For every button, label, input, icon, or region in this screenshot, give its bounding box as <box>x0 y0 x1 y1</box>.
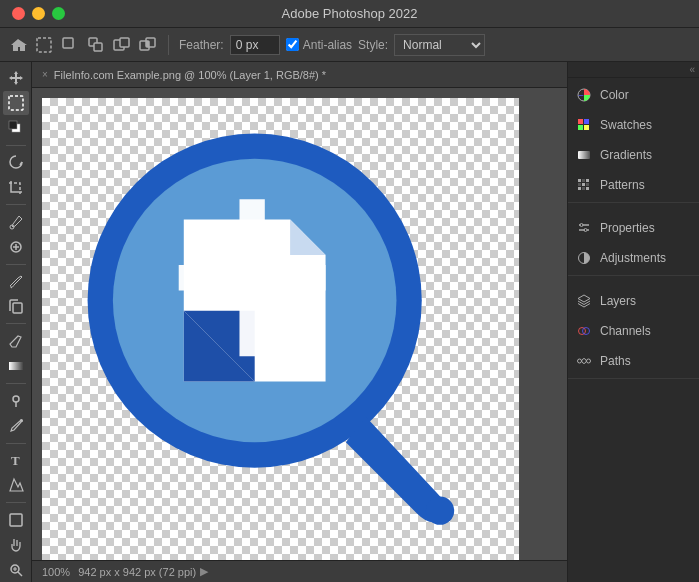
home-icon[interactable] <box>8 35 28 55</box>
svg-rect-29 <box>578 151 590 159</box>
panel-group-3: Layers Channels <box>568 284 699 379</box>
foreground-background-tool[interactable] <box>3 117 29 140</box>
layers-icon <box>576 293 592 309</box>
panel-item-color[interactable]: Color <box>568 80 699 110</box>
gradients-label: Gradients <box>600 148 652 162</box>
app-title: Adobe Photoshop 2022 <box>282 6 418 21</box>
paths-icon <box>576 353 592 369</box>
layers-label: Layers <box>600 294 636 308</box>
anti-alias-checkbox[interactable] <box>286 38 299 51</box>
swatches-label: Swatches <box>600 118 652 132</box>
canvas-tab-close[interactable]: × <box>42 69 48 80</box>
svg-text:T: T <box>11 453 20 468</box>
hand-tool[interactable] <box>3 533 29 556</box>
new-selection-icon[interactable] <box>60 35 80 55</box>
dodge-tool[interactable] <box>3 389 29 412</box>
canvas-tab[interactable]: × FileInfo.com Example.png @ 100% (Layer… <box>32 62 567 88</box>
svg-point-39 <box>580 224 583 227</box>
svg-point-40 <box>584 229 587 232</box>
channels-icon <box>576 323 592 339</box>
feather-input[interactable] <box>230 35 280 55</box>
adjustments-label: Adjustments <box>600 251 666 265</box>
canvas-document <box>42 98 519 560</box>
pen-tool[interactable] <box>3 414 29 437</box>
feather-label: Feather: <box>179 38 224 52</box>
eyedropper-tool[interactable] <box>3 210 29 233</box>
svg-rect-0 <box>37 38 51 52</box>
color-label: Color <box>600 88 629 102</box>
panel-item-properties[interactable]: Properties <box>568 213 699 243</box>
shape-tool[interactable] <box>3 508 29 531</box>
add-selection-icon[interactable] <box>86 35 106 55</box>
panel-item-patterns[interactable]: Patterns <box>568 170 699 200</box>
canvas-dimensions: 942 px x 942 px (72 ppi) <box>78 566 196 578</box>
minimize-button[interactable] <box>32 7 45 20</box>
titlebar: Adobe Photoshop 2022 <box>0 0 699 28</box>
panel-item-adjustments[interactable]: Adjustments <box>568 243 699 273</box>
zoom-level: 100% <box>42 566 70 578</box>
toolbar-divider-7 <box>6 502 26 503</box>
path-select-tool[interactable] <box>3 474 29 497</box>
clone-tool[interactable] <box>3 295 29 318</box>
swatches-icon <box>576 117 592 133</box>
status-arrow[interactable]: ▶ <box>200 565 208 578</box>
panel-group-1: Color Swatches <box>568 78 699 203</box>
toolbar-divider-6 <box>6 443 26 444</box>
canvas-image <box>42 98 519 560</box>
svg-rect-37 <box>582 187 585 190</box>
panel-item-paths[interactable]: Paths <box>568 346 699 376</box>
lasso-tool[interactable] <box>3 151 29 174</box>
canvas-tab-title: FileInfo.com Example.png @ 100% (Layer 1… <box>54 69 326 81</box>
svg-rect-35 <box>586 183 589 186</box>
panel-item-layers[interactable]: Layers <box>568 286 699 316</box>
svg-rect-36 <box>578 187 581 190</box>
marquee-icon[interactable] <box>34 35 54 55</box>
marquee-tool[interactable] <box>3 91 29 114</box>
canvas-statusbar: 100% 942 px x 942 px (72 ppi) ▶ <box>32 560 567 582</box>
toolbar-divider-4 <box>6 323 26 324</box>
svg-rect-5 <box>120 38 129 47</box>
paths-label: Paths <box>600 354 631 368</box>
canvas-content[interactable] <box>32 88 567 560</box>
anti-alias-label[interactable]: Anti-alias <box>286 38 352 52</box>
svg-point-16 <box>13 396 19 402</box>
svg-rect-30 <box>578 179 581 182</box>
style-label: Style: <box>358 38 388 52</box>
maximize-button[interactable] <box>52 7 65 20</box>
toolbar-divider-3 <box>6 264 26 265</box>
svg-rect-26 <box>584 119 589 124</box>
brush-tool[interactable] <box>3 270 29 293</box>
subtract-selection-icon[interactable] <box>112 35 132 55</box>
separator-1 <box>168 35 169 55</box>
toolbar-divider-2 <box>6 204 26 205</box>
svg-rect-14 <box>13 303 22 313</box>
svg-rect-8 <box>146 41 149 47</box>
svg-rect-19 <box>10 514 22 526</box>
healing-tool[interactable] <box>3 236 29 259</box>
intersect-selection-icon[interactable] <box>138 35 158 55</box>
panel-item-gradients[interactable]: Gradients <box>568 140 699 170</box>
panel-collapse-btn[interactable]: « <box>568 62 699 78</box>
toolbar-divider-1 <box>6 145 26 146</box>
style-select[interactable]: Normal Fixed Ratio Fixed Size <box>394 34 485 56</box>
main-layout: T × FileInfo.com Example.png @ 100% (Lay… <box>0 62 699 582</box>
gradient-tool[interactable] <box>3 355 29 378</box>
color-icon <box>576 87 592 103</box>
svg-point-17 <box>20 419 23 422</box>
type-tool[interactable]: T <box>3 448 29 471</box>
panel-group-2: Properties Adjustments <box>568 211 699 276</box>
svg-rect-38 <box>586 187 589 190</box>
close-button[interactable] <box>12 7 25 20</box>
options-bar: Feather: Anti-alias Style: Normal Fixed … <box>0 28 699 62</box>
properties-icon <box>576 220 592 236</box>
crop-tool[interactable] <box>3 176 29 199</box>
toolbar-divider-5 <box>6 383 26 384</box>
adjustments-icon <box>576 250 592 266</box>
eraser-tool[interactable] <box>3 329 29 352</box>
panel-separator-1 <box>568 203 699 211</box>
panel-item-swatches[interactable]: Swatches <box>568 110 699 140</box>
move-tool[interactable] <box>3 66 29 89</box>
zoom-tool[interactable] <box>3 559 29 582</box>
channels-label: Channels <box>600 324 651 338</box>
panel-item-channels[interactable]: Channels <box>568 316 699 346</box>
